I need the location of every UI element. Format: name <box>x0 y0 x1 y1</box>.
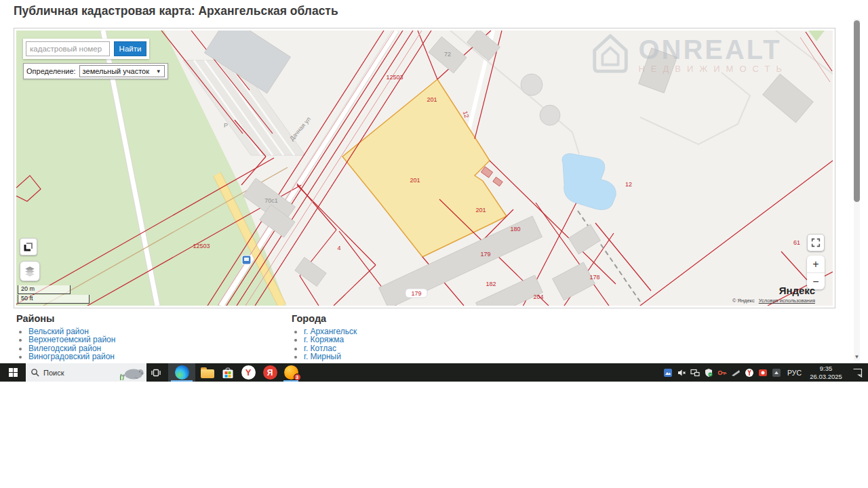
definition-select[interactable]: земельный участок ▼ <box>79 65 165 77</box>
tray-utility-button[interactable] <box>731 367 741 378</box>
definition-label: Определение: <box>26 67 76 75</box>
yandex-browser-icon: Y <box>241 365 256 380</box>
svg-text:204: 204 <box>533 293 543 300</box>
page-title: Публичная кадастровая карта: Архангельск… <box>14 4 338 18</box>
cities-section: Города г. Архангельск г. Коряжма г. Котл… <box>292 313 549 361</box>
notification-icon <box>852 367 863 378</box>
search-button[interactable]: Найти <box>114 41 146 56</box>
action-center-button[interactable] <box>852 367 863 378</box>
bus-stop-icon <box>242 256 251 264</box>
yandex-y-icon <box>745 368 754 378</box>
chevron-down-icon: ▼ <box>156 68 161 75</box>
svg-text:4: 4 <box>337 245 340 251</box>
svg-text:201: 201 <box>475 207 486 214</box>
districts-title: Районы <box>16 313 274 324</box>
svg-text:Р: Р <box>224 122 228 129</box>
measure-area-button[interactable] <box>20 238 37 256</box>
yandex-browser-button[interactable]: Y <box>239 363 258 382</box>
task-view-button[interactable] <box>146 363 165 382</box>
store-icon <box>221 366 235 380</box>
copyright-text: © Яндекс <box>732 298 755 304</box>
district-link[interactable]: Виноградовский район <box>28 352 115 361</box>
photos-app-icon <box>663 368 673 378</box>
yandex-icon: Я <box>263 365 277 380</box>
volume-muted-button[interactable] <box>677 367 687 378</box>
folder-icon <box>201 369 214 378</box>
record-icon <box>758 368 768 378</box>
task-view-icon <box>151 367 161 378</box>
shield-icon <box>704 368 713 378</box>
yandex-logo[interactable]: Яндекс <box>779 285 815 296</box>
windows-logo-icon <box>9 368 18 377</box>
cadastral-map[interactable]: 12503 201 201 201 72 12 12 70с1 12503 4 … <box>16 30 833 306</box>
search-icon <box>31 368 39 377</box>
edge-browser-button[interactable] <box>168 363 195 382</box>
volume-muted-icon <box>677 368 686 378</box>
microsoft-store-button[interactable] <box>218 363 237 382</box>
zoom-in-button[interactable]: + <box>807 256 825 272</box>
taskbar-clock[interactable]: 9:35 26.03.2025 <box>807 365 845 380</box>
wedge-icon <box>731 368 741 378</box>
map-frame: 12503 201 201 201 72 12 12 70с1 12503 4 … <box>14 28 835 308</box>
scale-bar: 20 m 50 ft <box>18 285 90 304</box>
start-button[interactable] <box>0 363 26 382</box>
svg-text:179: 179 <box>480 251 490 258</box>
list-item: Виноградовский район <box>28 352 274 361</box>
measure-icon <box>23 241 34 252</box>
svg-text:180: 180 <box>510 226 520 232</box>
svg-text:12: 12 <box>625 181 632 188</box>
yandex-tray-button[interactable] <box>745 367 755 378</box>
active-app-indicator <box>171 380 193 382</box>
cadastral-search-panel: Найти <box>23 39 149 59</box>
active-app-indicator <box>283 380 298 382</box>
svg-text:201: 201 <box>410 177 420 184</box>
recorder-tray-button[interactable] <box>758 367 768 378</box>
terms-link[interactable]: Условия использования <box>759 298 815 304</box>
file-explorer-button[interactable] <box>198 363 217 382</box>
network-icon <box>690 368 700 378</box>
list-item: г. Коряжма <box>304 336 549 344</box>
definition-filter-panel: Определение: земельный участок ▼ <box>23 63 168 79</box>
svg-text:12503: 12503 <box>386 74 403 81</box>
city-link[interactable]: г. Мирный <box>304 352 341 361</box>
cadastral-number-input[interactable] <box>26 41 110 56</box>
tray-app-button[interactable] <box>663 367 673 378</box>
windows-taskbar: Y Я 3 <box>0 363 868 382</box>
scale-imperial: 50 ft <box>18 295 90 304</box>
clock-date: 26.03.2025 <box>810 373 842 380</box>
hidden-icons-button[interactable] <box>772 367 782 378</box>
clock-time: 9:35 <box>820 365 833 372</box>
manatee-illustration <box>117 365 145 382</box>
svg-text:179: 179 <box>411 290 421 297</box>
cities-title: Города <box>292 313 549 324</box>
svg-text:70с1: 70с1 <box>264 197 278 204</box>
fullscreen-icon <box>810 237 821 248</box>
scale-metric: 20 m <box>18 285 71 294</box>
svg-text:12503: 12503 <box>193 243 210 249</box>
yandex-app-button[interactable]: Я <box>260 363 279 382</box>
taskbar-search-box[interactable] <box>26 363 146 382</box>
svg-text:178: 178 <box>589 274 599 281</box>
svg-text:61: 61 <box>793 239 800 246</box>
edge-icon <box>175 365 189 380</box>
defender-button[interactable] <box>704 367 714 378</box>
fullscreen-button[interactable] <box>807 234 825 251</box>
page-scrollbar[interactable]: ▼ <box>854 19 860 361</box>
svg-text:72: 72 <box>444 51 451 58</box>
up-arrow-icon <box>772 368 781 378</box>
districts-section: Районы Вельский район Верхнетоемский рай… <box>16 313 274 361</box>
system-tray: РУС 9:35 26.03.2025 <box>663 363 868 382</box>
key-icon <box>717 368 727 378</box>
desktop-screen: Публичная кадастровая карта: Архангельск… <box>0 0 868 488</box>
network-button[interactable] <box>690 367 701 378</box>
scrollbar-thumb[interactable] <box>854 20 860 202</box>
layers-button[interactable] <box>20 261 40 281</box>
punto-switcher-button[interactable] <box>717 367 728 378</box>
messenger-app-button[interactable]: 3 <box>281 363 301 382</box>
taskbar-search-input[interactable] <box>43 369 104 377</box>
list-item: г. Мирный <box>304 352 549 361</box>
svg-text:182: 182 <box>486 281 496 287</box>
language-indicator[interactable]: РУС <box>785 369 804 377</box>
scrollbar-down-arrow[interactable]: ▼ <box>854 354 860 360</box>
layers-icon <box>24 265 36 277</box>
